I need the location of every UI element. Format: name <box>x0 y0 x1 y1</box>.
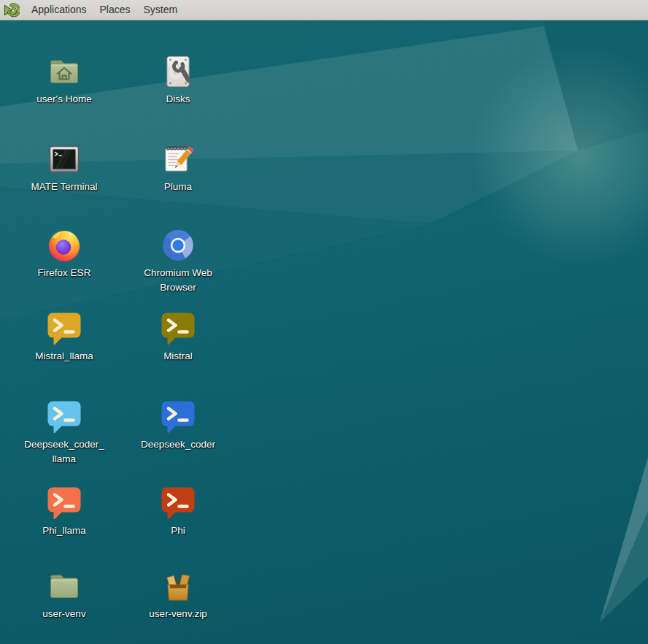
menu-places[interactable]: Places <box>93 0 137 20</box>
desktop-icon-label: user-venv.zip <box>149 607 207 621</box>
desktop-icon-label: Pluma <box>164 180 192 194</box>
desktop-icon-firefox-esr[interactable]: Firefox ESR <box>9 226 119 280</box>
desktop-icon-label: Mistral <box>163 349 193 364</box>
desktop-icon-mate-terminal[interactable]: MATE Terminal <box>9 140 119 194</box>
chat-terminal-icon <box>159 398 197 436</box>
desktop-icon-label: user-venv <box>42 607 85 621</box>
desktop-icon-label: Firefox ESR <box>38 266 91 280</box>
firefox-icon <box>47 226 82 264</box>
desktop-icon-label: Mistral_llama <box>35 349 93 364</box>
chat-terminal-icon <box>45 310 83 348</box>
menu-applications[interactable]: Applications <box>25 0 93 20</box>
pluma-icon <box>161 140 196 178</box>
desktop-icon-label: Disks <box>166 92 190 107</box>
desktop-icon-deepseek-coder[interactable]: Deepseek_coder <box>123 398 233 452</box>
folder-icon <box>47 567 82 605</box>
desktop-icon-label: user's Home <box>36 92 91 107</box>
zip-archive-icon <box>161 567 196 605</box>
chat-terminal-icon <box>45 484 83 522</box>
desktop-icon-phi-llama[interactable]: Phi_llama <box>9 484 119 538</box>
desktop-icon-pluma[interactable]: Pluma <box>123 140 233 194</box>
desktop-icon-label: MATE Terminal <box>31 180 97 194</box>
chromium-icon <box>161 226 196 264</box>
desktop-icon-chromium-web-browser[interactable]: Chromium Web Browser <box>123 226 233 294</box>
chat-terminal-icon <box>159 484 197 522</box>
disks-icon <box>161 53 196 91</box>
desktop-icon-mistral[interactable]: Mistral <box>123 310 233 364</box>
terminal-icon <box>47 140 82 178</box>
desktop-wallpaper: user's Home Disks <box>0 20 648 644</box>
desktop-icon-user-venv[interactable]: user-venv <box>9 567 119 621</box>
desktop-icon-mistral-llama[interactable]: Mistral_llama <box>9 310 119 364</box>
desktop-icon-label: Deepseek_coder <box>141 437 215 452</box>
menu-system[interactable]: System <box>137 0 185 20</box>
desktop-icon-label: Phi_llama <box>42 524 85 538</box>
desktop-icon-user-venv-zip[interactable]: user-venv.zip <box>123 567 233 621</box>
home-folder-icon <box>47 53 82 91</box>
desktop-icon-phi[interactable]: Phi <box>123 484 233 538</box>
mate-menu-icon[interactable] <box>4 2 20 18</box>
chat-terminal-icon <box>45 398 83 436</box>
chat-terminal-icon <box>159 310 197 348</box>
desktop-icon-deepseek-coder-llama[interactable]: Deepseek_coder_ llama <box>9 398 119 466</box>
desktop-icon-label: Phi <box>171 524 185 538</box>
desktop-icon-disks[interactable]: Disks <box>123 53 233 107</box>
menubar: Applications Places System <box>0 0 648 20</box>
desktop-icon-user-s-home[interactable]: user's Home <box>9 53 119 107</box>
desktop-icon-label: Chromium Web Browser <box>144 266 212 294</box>
desktop-icon-label: Deepseek_coder_ llama <box>24 437 104 466</box>
